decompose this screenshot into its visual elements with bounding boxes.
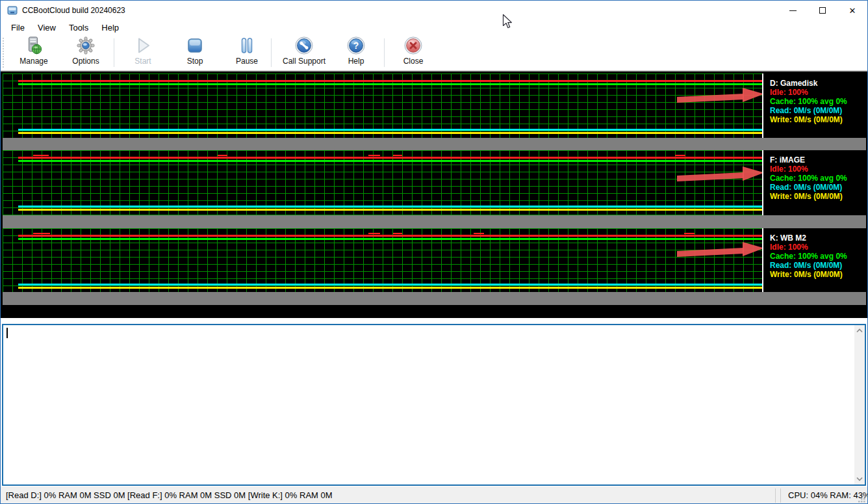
disk-graph-f [3, 150, 762, 215]
manage-button[interactable]: Manage [8, 36, 60, 69]
panel-separator [3, 138, 866, 150]
idle-line-bump [393, 155, 402, 156]
toolbar-separator [114, 38, 114, 67]
disk-cache-stat: Cache: 100% avg 0% [770, 252, 866, 261]
disk-write-stat: Write: 0M/s (0M/0M) [770, 270, 866, 279]
pause-label: Pause [221, 57, 273, 66]
server-globe-icon [25, 36, 43, 55]
read-series-line [18, 284, 762, 285]
cache-series-line [18, 83, 762, 85]
help-button[interactable]: ? Help [330, 36, 382, 69]
menu-file[interactable]: File [5, 21, 31, 34]
stop-icon [186, 36, 204, 55]
play-icon [134, 36, 152, 55]
minimize-button[interactable] [778, 1, 808, 20]
status-separator [775, 488, 776, 503]
toolbar: Manage Options Start [1, 35, 867, 71]
disk-monitor-section: D: Gamedisk Idle: 100% Cache: 100% avg 0… [1, 71, 867, 318]
cache-series-line [18, 160, 762, 162]
disk-cache-stat: Cache: 100% avg 0% [770, 174, 866, 183]
title-bar: CCBootCloud build 20240623 ✕ [1, 1, 867, 20]
write-series-line [18, 209, 762, 211]
log-textarea[interactable] [2, 324, 866, 486]
close-button[interactable]: ✕ [837, 1, 867, 20]
menu-help[interactable]: Help [95, 21, 125, 34]
idle-line-bump [393, 233, 402, 234]
close-icon: ✕ [849, 7, 856, 15]
idle-line-bump [218, 155, 227, 156]
start-label: Start [117, 57, 169, 66]
disk-cache-stat: Cache: 100% avg 0% [770, 97, 866, 106]
vertical-scrollbar[interactable] [854, 325, 865, 484]
idle-series-line [18, 80, 762, 82]
menu-view[interactable]: View [31, 21, 62, 34]
disk-title: K: WB M2 [770, 233, 866, 243]
disk-read-stat: Read: 0M/s (0M/0M) [770, 261, 866, 270]
status-separator [780, 488, 781, 503]
status-io-text: [Read D:] 0% RAM 0M SSD 0M [Read F:] 0% … [6, 486, 333, 504]
scroll-up-icon[interactable] [856, 328, 863, 333]
options-button[interactable]: Options [60, 36, 112, 69]
phone-icon [295, 36, 313, 55]
disk-stats-d: D: Gamedisk Idle: 100% Cache: 100% avg 0… [762, 73, 866, 138]
cache-series-line [18, 238, 762, 240]
disk-read-stat: Read: 0M/s (0M/0M) [770, 106, 866, 115]
idle-line-bump [474, 233, 484, 234]
red-arrow-annotation [677, 238, 764, 260]
write-series-line [18, 287, 762, 289]
maximize-icon [819, 7, 826, 14]
disk-stats-f: F: iMAGE Idle: 100% Cache: 100% avg 0% R… [762, 150, 866, 215]
toolbar-separator [271, 38, 272, 67]
red-arrow-annotation [677, 163, 764, 185]
stop-button[interactable]: Stop [169, 36, 221, 69]
close-red-icon [404, 36, 422, 55]
close-app-label: Close [387, 57, 439, 66]
idle-line-bump [368, 155, 380, 156]
close-app-button[interactable]: Close [387, 36, 439, 69]
read-series-line [18, 129, 762, 131]
window-title: CCBootCloud build 20240623 [22, 1, 125, 20]
gear-icon [77, 36, 95, 55]
idle-line-bump [33, 155, 49, 156]
scroll-down-icon[interactable] [856, 477, 863, 481]
svg-text:?: ? [353, 40, 359, 51]
toolbar-separator [384, 38, 385, 67]
help-label: Help [330, 57, 382, 66]
read-series-line [18, 206, 762, 207]
disk-graph-d [3, 73, 762, 138]
pause-button[interactable]: Pause [221, 36, 273, 69]
disk-panel-k: K: WB M2 Idle: 100% Cache: 100% avg 0% R… [3, 228, 866, 292]
call-support-label: Call Support [275, 57, 333, 66]
disk-title: F: iMAGE [770, 155, 866, 165]
disk-write-stat: Write: 0M/s (0M/0M) [770, 192, 866, 201]
red-arrow-annotation [677, 84, 764, 106]
text-caret [6, 328, 8, 338]
disk-title: D: Gamedisk [770, 79, 866, 88]
resize-grip[interactable] [858, 495, 866, 503]
app-icon [7, 5, 18, 16]
manage-label: Manage [8, 57, 60, 66]
disk-graph-k [3, 228, 762, 292]
pause-icon [238, 36, 256, 55]
idle-series-line [18, 235, 762, 237]
maximize-button[interactable] [808, 1, 837, 20]
idle-line-bump [33, 233, 50, 234]
minimize-icon [789, 10, 797, 11]
status-cpu-ram-text: CPU: 04% RAM: 43% [788, 486, 868, 504]
call-support-button[interactable]: Call Support [275, 36, 333, 69]
toolbar-grip [3, 38, 5, 68]
idle-line-bump [675, 155, 685, 156]
disk-panel-d: D: Gamedisk Idle: 100% Cache: 100% avg 0… [3, 73, 866, 138]
disk-stats-k: K: WB M2 Idle: 100% Cache: 100% avg 0% R… [762, 228, 866, 292]
disk-write-stat: Write: 0M/s (0M/0M) [770, 115, 866, 124]
menu-tools[interactable]: Tools [62, 21, 95, 34]
start-button: Start [117, 36, 169, 69]
status-bar: [Read D:] 0% RAM 0M SSD 0M [Read F:] 0% … [1, 486, 867, 504]
question-icon: ? [347, 36, 365, 55]
idle-line-bump [368, 233, 380, 234]
idle-series-line [18, 157, 762, 159]
app-window: CCBootCloud build 20240623 ✕ File View T… [0, 0, 868, 504]
stop-label: Stop [169, 57, 221, 66]
disk-idle-stat: Idle: 100% [770, 165, 866, 174]
options-label: Options [60, 57, 112, 66]
